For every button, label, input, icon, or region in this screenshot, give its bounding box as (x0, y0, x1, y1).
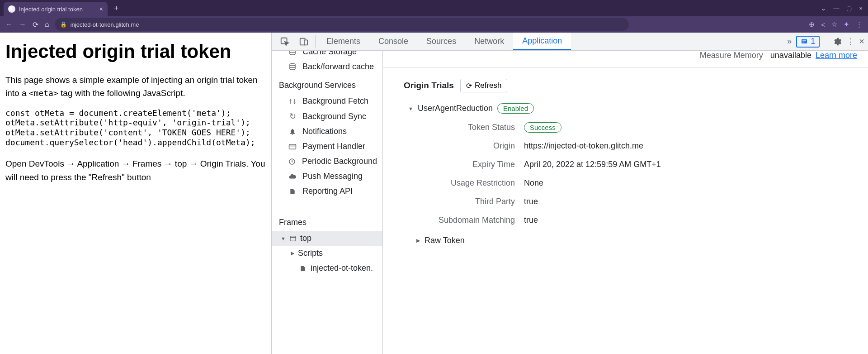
svg-rect-2 (304, 40, 307, 45)
card-icon (288, 143, 297, 151)
tab-strip: Injected origin trial token × + ⌄ — ▢ × (0, 0, 868, 16)
token-status-label: Token Status (383, 123, 515, 132)
share-icon[interactable]: < (821, 21, 825, 29)
raw-token-row[interactable]: ▶ Raw Token (383, 225, 868, 245)
close-window-icon[interactable]: × (859, 5, 863, 12)
svg-point-7 (290, 63, 295, 66)
application-main: Measure Memory unavailable Learn more Or… (383, 51, 868, 354)
sidebar-item-bf-cache[interactable]: Back/forward cache (272, 59, 382, 74)
frame-top[interactable]: ▼ top (272, 231, 382, 246)
learn-more-link[interactable]: Learn more (816, 51, 857, 60)
application-sidebar: Cache Storage Back/forward cache Backgro… (272, 51, 383, 354)
forward-button: → (19, 20, 26, 29)
subdomain-value: true (515, 215, 857, 225)
tab-console[interactable]: Console (369, 33, 417, 50)
origin-trials-header: Origin Trials ⟳ Refresh (383, 79, 868, 103)
origin-value: https://injected-ot-token.glitch.me (515, 141, 857, 151)
svg-rect-8 (289, 144, 296, 149)
sidebar-item-payment[interactable]: Payment Handler (272, 139, 382, 154)
paragraph-1: This page shows a simple example of inje… (5, 73, 266, 100)
issues-badge[interactable]: 1 (796, 36, 820, 48)
trial-name: UserAgentReduction (418, 104, 493, 113)
usage-value: None (515, 178, 857, 188)
origin-label: Origin (383, 141, 515, 151)
token-status-badge: Success (524, 122, 561, 133)
back-button[interactable]: ← (5, 20, 13, 29)
sidebar-item-reporting[interactable]: Reporting API (272, 184, 382, 199)
browser-tab[interactable]: Injected origin trial token × (4, 2, 108, 16)
frame-leaf[interactable]: injected-ot-token. (272, 261, 382, 276)
page-content: Injected origin trial token This page sh… (0, 33, 271, 354)
divider (383, 67, 868, 68)
sidebar-item-cache-storage[interactable]: Cache Storage (272, 51, 382, 59)
sidebar-item-notifications[interactable]: Notifications (272, 124, 382, 139)
more-tabs-icon[interactable]: » (787, 37, 792, 46)
trial-row[interactable]: ▼ UserAgentReduction Enabled (383, 103, 868, 123)
new-tab-button[interactable]: + (114, 4, 119, 13)
svg-rect-4 (802, 40, 806, 41)
trial-details: Token Status Success Origin https://inje… (383, 123, 868, 225)
triangle-down-icon[interactable]: ▼ (408, 106, 413, 111)
favicon (8, 5, 15, 13)
cloud-icon (288, 172, 297, 181)
file-icon (300, 264, 306, 273)
settings-icon[interactable] (833, 37, 842, 46)
address-bar-row: ← → ⟳ ⌂ 🔒 injected-ot-token.glitch.me ⊕ … (0, 16, 868, 33)
subdomain-label: Subdomain Matching (383, 215, 515, 225)
sidebar-item-bg-fetch[interactable]: ↑↓ Background Fetch (272, 94, 382, 109)
lock-icon[interactable]: 🔒 (60, 21, 67, 28)
menu-icon[interactable]: ⋮ (856, 20, 863, 29)
triangle-right-icon[interactable]: ▶ (416, 238, 420, 244)
minimize-icon[interactable]: — (833, 5, 839, 12)
measure-memory-label: Measure Memory (700, 51, 763, 60)
close-tab-icon[interactable]: × (99, 5, 103, 13)
refresh-button[interactable]: ⟳ Refresh (460, 79, 508, 92)
bookmark-icon[interactable]: ☆ (831, 20, 837, 29)
measure-memory-row: Measure Memory unavailable Learn more (383, 51, 868, 62)
window-icon (289, 235, 297, 242)
address-bar[interactable]: 🔒 injected-ot-token.glitch.me (55, 18, 629, 31)
frame-scripts[interactable]: ▶ Scripts (272, 246, 382, 261)
third-party-value: true (515, 197, 857, 206)
chevron-down-icon[interactable]: ⌄ (821, 5, 826, 12)
inspect-icon[interactable] (275, 33, 294, 50)
issue-icon (801, 38, 808, 45)
tab-elements[interactable]: Elements (317, 33, 369, 50)
sidebar-item-bg-sync[interactable]: ↻ Background Sync (272, 109, 382, 124)
window-controls: ⌄ — ▢ × (821, 5, 866, 12)
raw-token-label: Raw Token (425, 236, 465, 245)
database-icon (288, 63, 297, 71)
home-button[interactable]: ⌂ (45, 20, 49, 29)
svg-rect-11 (290, 236, 296, 241)
group-frames[interactable]: Frames (272, 211, 382, 231)
code-block: const otMeta = document.createElement('m… (5, 108, 266, 147)
sidebar-item-periodic[interactable]: Periodic Background (272, 154, 382, 169)
expiry-label: Expiry Time (383, 160, 515, 169)
reload-button[interactable]: ⟳ (33, 20, 38, 29)
refresh-icon: ⟳ (466, 81, 472, 90)
devtools-tabs: Elements Console Sources Network Applica… (272, 33, 868, 51)
triangle-right-icon[interactable]: ▶ (291, 250, 294, 256)
tab-application[interactable]: Application (513, 33, 571, 50)
inline-code: <meta> (29, 88, 58, 98)
svg-rect-3 (802, 39, 807, 43)
clock-icon (288, 158, 297, 165)
sidebar-item-push[interactable]: Push Messaging (272, 169, 382, 184)
triangle-down-icon[interactable]: ▼ (281, 236, 286, 241)
kebab-icon[interactable]: ⋮ (846, 37, 854, 47)
maximize-icon[interactable]: ▢ (846, 5, 852, 12)
paragraph-2: Open DevTools → Application → Frames → t… (5, 157, 266, 184)
file-icon (288, 187, 297, 196)
tab-network[interactable]: Network (465, 33, 513, 50)
zoom-icon[interactable]: ⊕ (809, 20, 815, 29)
group-background-services[interactable]: Background Services (272, 74, 382, 94)
extensions-icon[interactable]: ✦ (844, 20, 849, 29)
close-devtools-icon[interactable]: × (859, 36, 864, 47)
tab-sources[interactable]: Sources (417, 33, 465, 50)
measure-memory-value: unavailable (770, 51, 811, 60)
sync-icon: ↻ (288, 111, 297, 121)
devtools-panel: Elements Console Sources Network Applica… (271, 33, 868, 354)
usage-label: Usage Restriction (383, 178, 515, 188)
nav-buttons: ← → ⟳ ⌂ (5, 20, 49, 29)
device-toggle-icon[interactable] (294, 33, 313, 50)
